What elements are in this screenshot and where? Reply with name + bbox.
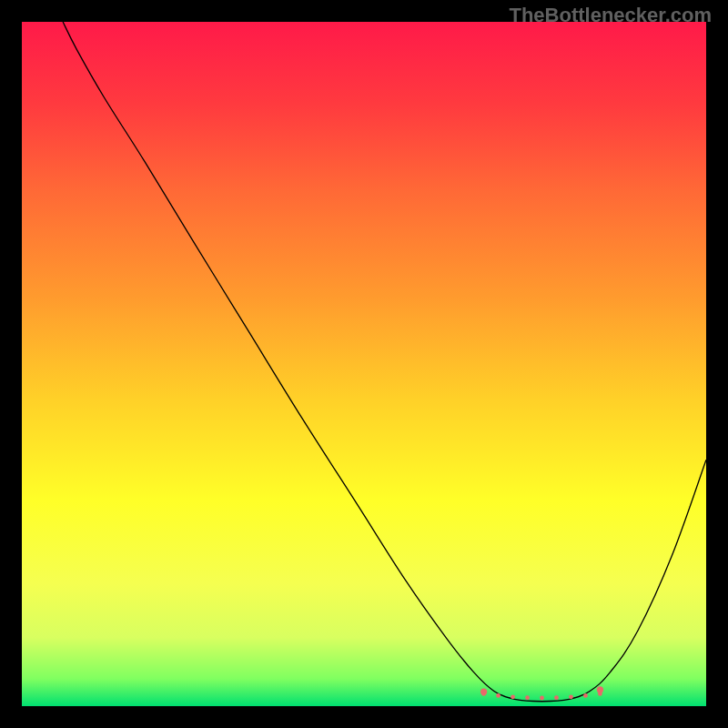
svg-point-5 <box>554 695 559 700</box>
svg-point-3 <box>525 695 530 700</box>
svg-point-6 <box>569 694 573 699</box>
svg-point-7 <box>583 693 588 698</box>
bottleneck-plot <box>22 22 706 706</box>
svg-point-2 <box>511 694 515 699</box>
attribution-label: TheBottlenecker.com <box>509 4 712 27</box>
svg-point-4 <box>540 696 544 701</box>
svg-point-9 <box>480 689 487 695</box>
plot-svg <box>22 22 706 706</box>
svg-point-1 <box>496 693 500 698</box>
svg-point-10 <box>597 686 603 693</box>
chart-container: TheBottlenecker.com <box>0 0 728 728</box>
gradient-bg <box>22 22 706 706</box>
